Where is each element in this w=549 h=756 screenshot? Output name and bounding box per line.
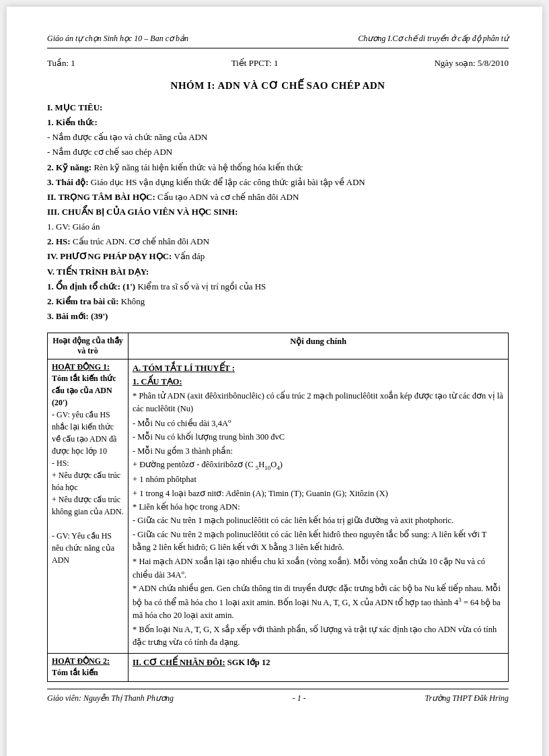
kiem-tra: 2. Kiểm tra bài cũ: Không bbox=[47, 295, 509, 308]
hs: 2. HS: Cấu trúc ADN. Cơ chế nhân đôi ADN bbox=[47, 235, 509, 248]
main-table: Hoạt động của thầy và trò Nội dung chính… bbox=[47, 333, 509, 681]
thai-do: 3. Thái độ: Giáo dục HS vận dụng kiến th… bbox=[47, 176, 509, 189]
pp: IV. PHƯƠNG PHÁP DẠY HỌC: Vấn đáp bbox=[47, 250, 509, 263]
act-body-2: Tóm tắt kiến bbox=[52, 666, 124, 679]
right-p2: - Mỗi Nu có chiều dài 3,4Ao bbox=[133, 417, 504, 431]
tiet-label: Tiết PPCT: 1 bbox=[231, 58, 279, 69]
muc-tieu-heading: I. MỤC TIÊU: bbox=[47, 101, 509, 114]
act-heading-1: HOẠT ĐỘNG 1: bbox=[52, 362, 110, 372]
right-p3: - Mỗi Nu có khối lượng trung bình 300 đv… bbox=[133, 431, 504, 444]
kt1: - Nắm được cấu tạo và chức năng của ADN bbox=[47, 131, 509, 144]
right-p10: - Giữa các Nu trên 2 mạch polinuclêôtit … bbox=[133, 528, 504, 555]
right-heading-1: 1. CẤU TẠO: bbox=[133, 376, 504, 388]
right-col-1: A. TÓM TẮT LÍ THUYẾT : 1. CẤU TẠO: * Phâ… bbox=[129, 359, 509, 653]
trong-tam: II. TRỌNG TÂM BÀI HỌC: Cấu tạo ADN và cơ… bbox=[47, 191, 509, 204]
header-right: Chương I.Cơ chế di truyền ở cấp độ phân … bbox=[358, 34, 509, 44]
footer-left: Giáo viên: Nguyễn Thị Thanh Phương bbox=[47, 693, 174, 703]
title-section: NHÓM I: ADN VÀ CƠ CHẾ SAO CHÉP ADN bbox=[47, 79, 509, 92]
right-col-2: II. CƠ CHẾ NHÂN ĐÔI: SGK lớp 12 bbox=[129, 653, 509, 681]
right-p12: * ADN chứa nhiều gen. Gen chứa thông tin… bbox=[133, 582, 504, 622]
act-heading-2: HOẠT ĐỘNG 2: bbox=[52, 656, 110, 666]
meta-row: Tuần: 1 Tiết PPCT: 1 Ngày soạn: 5/8/2010 bbox=[47, 58, 509, 69]
kien-thuc-heading: 1. Kiến thức: bbox=[47, 116, 509, 129]
chuan-bi: III. CHUẨN BỊ CỦA GIÁO VIÊN VÀ HỌC SINH: bbox=[47, 205, 509, 219]
gv: 1. GV: Giáo án bbox=[47, 220, 509, 234]
col2-header: Nội dung chính bbox=[129, 333, 509, 359]
page-footer: Giáo viên: Nguyễn Thị Thanh Phương - 1 -… bbox=[47, 689, 509, 703]
right-p8: * Liên kết hóa học trong ADN: bbox=[133, 501, 504, 514]
main-title: NHÓM I: ADN VÀ CƠ CHẾ SAO CHÉP ADN bbox=[47, 79, 509, 92]
right-co-che: II. CƠ CHẾ NHÂN ĐÔI: SGK lớp 12 bbox=[133, 656, 504, 669]
table-row-2: HOẠT ĐỘNG 2: Tóm tắt kiến II. CƠ CHẾ NHÂ… bbox=[48, 653, 509, 681]
tuan-label: Tuần: 1 bbox=[47, 58, 75, 69]
content-section: I. MỤC TIÊU: 1. Kiến thức: - Nắm được cấ… bbox=[47, 101, 509, 323]
right-p1: * Phân tử ADN (axit đêôxiribônuclêic) có… bbox=[133, 390, 504, 416]
left-col-2: HOẠT ĐỘNG 2: Tóm tắt kiến bbox=[48, 653, 129, 681]
on-dinh: 1. Ổn định tổ chức: (1') Kiểm tra sĩ số … bbox=[47, 280, 509, 294]
right-p5: + Đường pentôzơ - đêôxiribôzơ (C 5H10O4) bbox=[133, 458, 504, 473]
tien-trinh: V. TIẾN TRÌNH BÀI DẠY: bbox=[47, 265, 509, 279]
bai-moi: 3. Bài mới: (39') bbox=[47, 310, 509, 323]
page-header: Giáo án tự chọn Sinh học 10 – Ban cơ bản… bbox=[47, 34, 509, 48]
right-p7: + 1 trong 4 loại bazơ nitơ: Adênin (A); … bbox=[133, 487, 504, 500]
act-body-1: Tóm tắt kiến thức cấu tạo của ADN (20') … bbox=[52, 372, 124, 566]
footer-center: - 1 - bbox=[293, 693, 306, 703]
footer-right: Trường THPT Đăk Hring bbox=[425, 693, 509, 703]
right-p6: + 1 nhóm phôtphat bbox=[133, 473, 504, 486]
ky-nang: 2. Kỹ năng: Rèn kỹ năng tái hiện kiến th… bbox=[47, 161, 509, 174]
kt2: - Nắm được cơ chế sao chép ADN bbox=[47, 145, 509, 159]
col1-header: Hoạt động của thầy và trò bbox=[48, 333, 129, 359]
header-left: Giáo án tự chọn Sinh học 10 – Ban cơ bản bbox=[47, 34, 188, 44]
page: Giáo án tự chọn Sinh học 10 – Ban cơ bản… bbox=[7, 7, 542, 756]
table-row: HOẠT ĐỘNG 1: Tóm tắt kiến thức cấu tạo c… bbox=[48, 359, 509, 653]
right-p4: - Mỗi Nu gồm 3 thành phần: bbox=[133, 445, 504, 458]
left-col-1: HOẠT ĐỘNG 1: Tóm tắt kiến thức cấu tạo c… bbox=[48, 359, 129, 653]
right-p13: * Bốn loại Nu A, T, G, X sắp xếp với thà… bbox=[133, 623, 504, 650]
right-p11: * Hai mạch ADN xoắn lại tạo nhiều chu kì… bbox=[133, 555, 504, 582]
right-heading-a: A. TÓM TẮT LÍ THUYẾT : bbox=[133, 362, 504, 375]
ngay-label: Ngày soạn: 5/8/2010 bbox=[434, 58, 509, 69]
right-p9: - Giữa các Nu trên 1 mạch polinuclêôtit … bbox=[133, 514, 504, 527]
